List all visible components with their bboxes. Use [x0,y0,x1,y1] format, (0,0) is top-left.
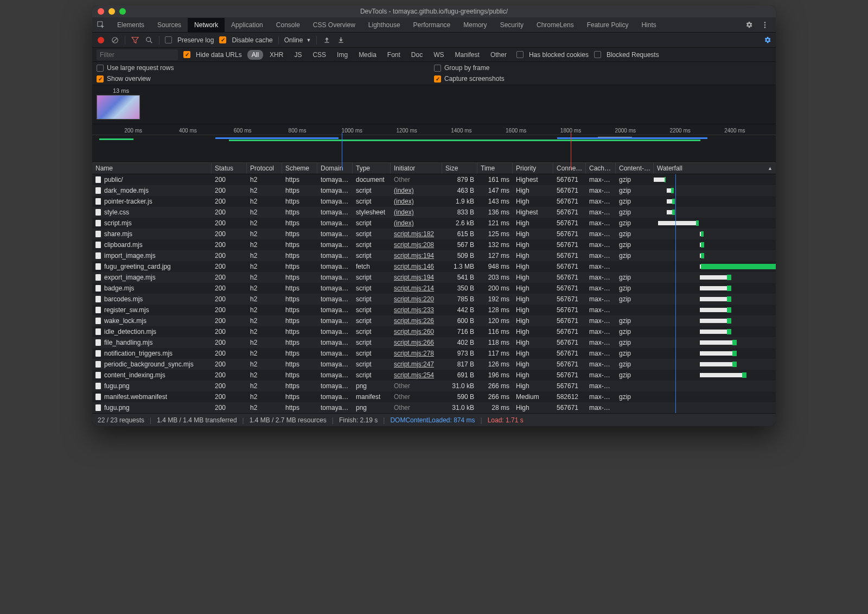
column-header-status[interactable]: Status [212,163,247,174]
throttling-dropdown[interactable]: Online ▼ [278,36,311,44]
tab-hints[interactable]: Hints [635,18,662,32]
show-overview-checkbox[interactable] [97,75,104,83]
tab-memory[interactable]: Memory [457,18,493,32]
table-row[interactable]: style.css200h2httpstomayac…stylesheet(in… [92,207,776,218]
table-row[interactable]: clipboard.mjs200h2httpstomayac…scriptscr… [92,239,776,250]
inspect-element-icon[interactable] [97,21,105,29]
cell-initiator[interactable]: (index) [391,208,442,216]
cell-initiator[interactable]: script.mjs:146 [391,263,442,270]
table-row[interactable]: barcodes.mjs200h2httpstomayac…scriptscri… [92,294,776,305]
type-filter-media[interactable]: Media [354,50,381,60]
column-header-waterfall[interactable]: Waterfall▲ [654,163,776,174]
column-header-conne[interactable]: Conne… [553,163,586,174]
hide-data-urls-checkbox[interactable] [183,51,190,58]
cell-initiator[interactable]: (index) [391,187,442,194]
table-row[interactable]: notification_triggers.mjs200h2httpstomay… [92,348,776,359]
table-row[interactable]: export_image.mjs200h2httpstomayac…script… [92,272,776,283]
upload-har-icon[interactable] [322,36,331,45]
cell-initiator[interactable]: script.mjs:226 [391,317,442,325]
tab-elements[interactable]: Elements [111,18,151,32]
table-row[interactable]: badge.mjs200h2httpstomayac…scriptscript.… [92,283,776,294]
has-blocked-cookies-checkbox[interactable] [516,51,524,58]
tab-security[interactable]: Security [494,18,530,32]
cell-initiator[interactable]: script.mjs:194 [391,274,442,281]
table-row[interactable]: fugu_greeting_card.jpg200h2httpstomayac…… [92,261,776,272]
table-row[interactable]: fugu.png200h2httpstomayac…pngOther31.0 k… [92,381,776,391]
table-row[interactable]: fugu.png200h2httpstomayac…pngOther31.0 k… [92,402,776,413]
tab-lighthouse[interactable]: Lighthouse [362,18,407,32]
table-row[interactable]: script.mjs200h2httpstomayac…script(index… [92,218,776,229]
record-button[interactable] [97,36,105,45]
type-filter-other[interactable]: Other [486,50,511,60]
cell-initiator[interactable]: script.mjs:233 [391,306,442,314]
table-row[interactable]: content_indexing.mjs200h2httpstomayac…sc… [92,370,776,381]
cell-initiator[interactable]: script.mjs:214 [391,284,442,292]
column-header-time[interactable]: Time [477,163,513,174]
type-filter-css[interactable]: CSS [308,50,330,60]
column-header-protocol[interactable]: Protocol [247,163,282,174]
tab-feature-policy[interactable]: Feature Policy [580,18,635,32]
column-header-name[interactable]: Name [92,163,212,174]
type-filter-js[interactable]: JS [290,50,306,60]
type-filter-xhr[interactable]: XHR [265,50,288,60]
column-header-initiator[interactable]: Initiator [391,163,442,174]
cell-initiator[interactable]: script.mjs:260 [391,328,442,336]
cell-initiator[interactable]: script.mjs:182 [391,230,442,238]
search-icon[interactable] [145,36,154,45]
type-filter-font[interactable]: Font [383,50,405,60]
table-row[interactable]: idle_detection.mjs200h2httpstomayac…scri… [92,326,776,337]
network-table-header[interactable]: NameStatusProtocolSchemeDomainTypeInitia… [92,162,776,174]
cell-initiator[interactable]: script.mjs:208 [391,241,442,249]
timeline-overview[interactable]: 200 ms400 ms600 ms800 ms1000 ms1200 ms14… [92,124,776,162]
kebab-menu-icon[interactable] [761,21,769,29]
window-minimize-button[interactable] [108,8,115,15]
preserve-log-checkbox[interactable] [165,36,172,43]
download-har-icon[interactable] [336,36,345,45]
table-row[interactable]: manifest.webmanifest200h2httpstomayac…ma… [92,391,776,402]
cell-initiator[interactable]: script.mjs:266 [391,339,442,346]
filter-input[interactable] [97,49,178,60]
tab-network[interactable]: Network [188,18,225,32]
table-row[interactable]: register_sw.mjs200h2httpstomayac…scripts… [92,305,776,315]
column-header-content[interactable]: Content-… [616,163,654,174]
disable-cache-checkbox[interactable] [219,36,226,43]
tab-css-overview[interactable]: CSS Overview [307,18,362,32]
table-row[interactable]: file_handling.mjs200h2httpstomayac…scrip… [92,337,776,348]
blocked-requests-checkbox[interactable] [594,51,601,58]
filter-icon[interactable] [131,36,139,45]
column-header-domain[interactable]: Domain [317,163,353,174]
type-filter-img[interactable]: Img [333,50,352,60]
table-row[interactable]: share.mjs200h2httpstomayac…scriptscript.… [92,229,776,239]
table-row[interactable]: periodic_background_sync.mjs200h2httpsto… [92,359,776,370]
group-by-frame-checkbox[interactable] [434,65,441,72]
cell-initiator[interactable]: (index) [391,198,442,205]
cell-initiator[interactable]: (index) [391,219,442,227]
type-filter-manifest[interactable]: Manifest [451,50,484,60]
column-header-type[interactable]: Type [353,163,391,174]
cell-initiator[interactable]: script.mjs:194 [391,252,442,259]
table-row[interactable]: wake_lock.mjs200h2httpstomayac…scriptscr… [92,315,776,326]
type-filter-doc[interactable]: Doc [407,50,427,60]
clear-button[interactable] [111,36,119,45]
table-row[interactable]: dark_mode.mjs200h2httpstomayac…script(in… [92,185,776,196]
table-row[interactable]: import_image.mjs200h2httpstomayac…script… [92,250,776,261]
tab-performance[interactable]: Performance [407,18,457,32]
type-filter-all[interactable]: All [247,50,263,60]
cell-initiator[interactable]: script.mjs:220 [391,295,442,303]
type-filter-ws[interactable]: WS [429,50,448,60]
cell-initiator[interactable]: script.mjs:278 [391,350,442,357]
column-header-cach[interactable]: Cach… [586,163,616,174]
tab-console[interactable]: Console [270,18,307,32]
window-maximize-button[interactable] [119,8,126,15]
network-settings-gear-icon[interactable] [763,36,771,45]
use-large-rows-checkbox[interactable] [97,65,104,72]
screenshot-thumbnail[interactable] [97,95,140,119]
tab-sources[interactable]: Sources [151,18,188,32]
window-close-button[interactable] [98,8,104,15]
tab-application[interactable]: Application [225,18,270,32]
cell-initiator[interactable]: script.mjs:254 [391,371,442,379]
column-header-priority[interactable]: Priority [513,163,553,174]
tab-chromelens[interactable]: ChromeLens [530,18,580,32]
table-row[interactable]: public/200h2httpstomayac…documentOther87… [92,174,776,185]
table-row[interactable]: pointer-tracker.js200h2httpstomayac…scri… [92,196,776,207]
